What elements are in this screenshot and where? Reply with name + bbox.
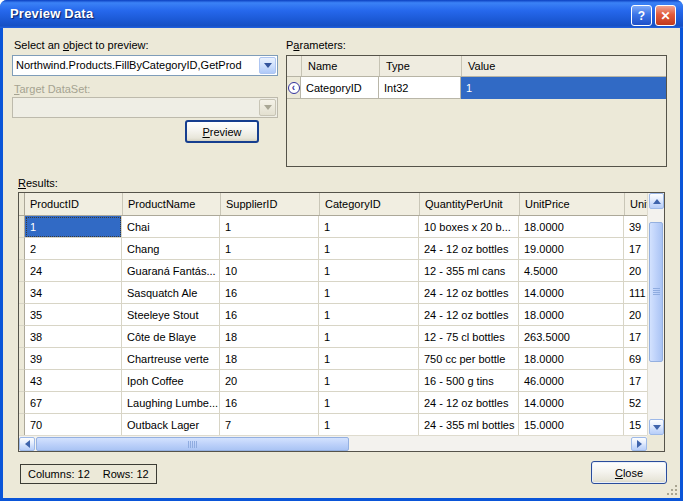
parameters-column-header-value[interactable]: Value (461, 56, 666, 76)
grid-cell[interactable]: 14.0000 (519, 392, 624, 414)
help-button[interactable]: ? (631, 5, 652, 26)
grid-cell[interactable]: 24 - 12 oz bottles (419, 238, 519, 260)
parameter-value-cell[interactable]: 1 (461, 77, 666, 99)
grid-cell[interactable]: 70 (25, 414, 122, 435)
grid-cell[interactable]: Sasquatch Ale (122, 282, 220, 304)
close-button[interactable]: Close (591, 461, 667, 484)
grid-cell[interactable]: 1 (220, 216, 319, 238)
grid-cell[interactable]: 18.0000 (519, 216, 624, 238)
parameter-name-cell[interactable]: CategoryID (301, 77, 379, 99)
vertical-scrollbar[interactable] (647, 193, 664, 435)
grid-cell[interactable]: 263.5000 (519, 326, 624, 348)
grid-cell[interactable]: 16 - 500 g tins (419, 370, 519, 392)
parameters-column-header-type[interactable]: Type (379, 56, 461, 76)
close-window-button[interactable]: ✕ (655, 5, 676, 26)
grid-cell[interactable]: 19.0000 (519, 238, 624, 260)
grid-cell[interactable]: 750 cc per bottle (419, 348, 519, 370)
object-select-combobox[interactable]: Northwind.Products.FillByCategoryID,GetP… (12, 55, 278, 76)
grid-cell[interactable]: 1 (319, 282, 419, 304)
grid-cell[interactable]: 24 - 12 oz bottles (419, 392, 519, 414)
parameter-row: ‹ CategoryID Int32 1 (287, 77, 666, 99)
grid-cell[interactable]: 1 (319, 238, 419, 260)
grid-cell[interactable]: 1 (25, 216, 122, 238)
results-column-header[interactable]: UnitsI (624, 193, 647, 215)
preview-button[interactable]: Preview (185, 120, 259, 143)
horizontal-scroll-thumb[interactable] (36, 437, 349, 451)
grid-cell[interactable]: 10 boxes x 20 b... (419, 216, 519, 238)
scroll-up-button[interactable] (649, 193, 664, 209)
grid-cell[interactable]: 46.0000 (519, 370, 624, 392)
results-column-header[interactable]: CategoryID (319, 193, 419, 215)
grid-cell[interactable]: 43 (25, 370, 122, 392)
grid-cell[interactable]: 39 (624, 216, 647, 238)
grid-cell[interactable]: 24 - 355 ml bottles (419, 414, 519, 435)
results-column-header[interactable]: UnitPrice (519, 193, 624, 215)
resize-grip[interactable] (665, 483, 678, 496)
grid-cell[interactable]: 24 - 12 oz bottles (419, 282, 519, 304)
grid-cell[interactable]: 18 (220, 326, 319, 348)
results-column-header[interactable]: QuantityPerUnit (419, 193, 519, 215)
grid-cell[interactable]: 20 (624, 304, 647, 326)
grid-cell[interactable]: 1 (319, 370, 419, 392)
grid-cell[interactable]: Laughing Lumbe... (122, 392, 220, 414)
grid-cell[interactable]: 4.5000 (519, 260, 624, 282)
results-column-header[interactable]: ProductName (122, 193, 220, 215)
results-column-header[interactable]: ProductID (25, 193, 122, 215)
parameters-column-header-name[interactable]: Name (301, 56, 379, 76)
grid-cell[interactable]: 1 (319, 216, 419, 238)
grid-cell[interactable]: Ipoh Coffee (122, 370, 220, 392)
grid-cell[interactable]: 2 (25, 238, 122, 260)
grid-cell[interactable]: 16 (220, 304, 319, 326)
grid-cell[interactable]: 16 (220, 392, 319, 414)
grid-cell[interactable]: 14.0000 (519, 282, 624, 304)
grid-cell[interactable]: 18.0000 (519, 348, 624, 370)
grid-cell[interactable]: 24 (25, 260, 122, 282)
grid-cell[interactable]: Guaraná Fantás... (122, 260, 220, 282)
scroll-down-button[interactable] (649, 419, 664, 435)
grid-cell[interactable]: 18.0000 (519, 304, 624, 326)
vertical-scroll-thumb[interactable] (649, 222, 663, 362)
grid-cell[interactable]: Steeleye Stout (122, 304, 220, 326)
grid-cell[interactable]: 20 (624, 260, 647, 282)
grid-cell[interactable]: 52 (624, 392, 647, 414)
grid-cell[interactable]: 38 (25, 326, 122, 348)
grid-cell[interactable]: 35 (25, 304, 122, 326)
grid-cell[interactable]: Côte de Blaye (122, 326, 220, 348)
object-select-dropdown-button[interactable] (259, 57, 276, 74)
grid-cell[interactable]: 67 (25, 392, 122, 414)
grid-cell[interactable]: 34 (25, 282, 122, 304)
grid-cell[interactable]: 1 (319, 326, 419, 348)
grid-cell[interactable]: 10 (220, 260, 319, 282)
horizontal-scrollbar[interactable] (19, 435, 647, 451)
parameter-type-cell[interactable]: Int32 (379, 77, 461, 99)
grid-cell[interactable]: 17 (624, 326, 647, 348)
results-column-header[interactable]: SupplierID (220, 193, 319, 215)
grid-cell[interactable]: 15 (624, 414, 647, 435)
grid-cell[interactable]: Chai (122, 216, 220, 238)
grid-cell[interactable]: Chang (122, 238, 220, 260)
grid-cell[interactable]: 20 (220, 370, 319, 392)
grid-cell[interactable]: 1 (319, 414, 419, 435)
scroll-right-button[interactable] (631, 437, 647, 451)
grid-cell[interactable]: 24 - 12 oz bottles (419, 304, 519, 326)
grid-cell[interactable]: 18 (220, 348, 319, 370)
grid-cell[interactable]: 7 (220, 414, 319, 435)
scroll-left-button[interactable] (19, 437, 35, 451)
grid-cell[interactable]: 1 (319, 392, 419, 414)
grid-cell[interactable]: 1 (220, 238, 319, 260)
grid-cell[interactable]: 12 - 355 ml cans (419, 260, 519, 282)
grid-cell[interactable]: 16 (220, 282, 319, 304)
titlebar[interactable]: Preview Data ? ✕ (0, 0, 683, 28)
grid-cell[interactable]: 39 (25, 348, 122, 370)
grid-cell[interactable]: 69 (624, 348, 647, 370)
grid-cell[interactable]: 15.0000 (519, 414, 624, 435)
grid-cell[interactable]: 111 (624, 282, 647, 304)
grid-cell[interactable]: 1 (319, 348, 419, 370)
grid-cell[interactable]: 1 (319, 260, 419, 282)
grid-cell[interactable]: 1 (319, 304, 419, 326)
grid-cell[interactable]: Chartreuse verte (122, 348, 220, 370)
grid-cell[interactable]: 12 - 75 cl bottles (419, 326, 519, 348)
grid-cell[interactable]: Outback Lager (122, 414, 220, 435)
grid-cell[interactable]: 17 (624, 238, 647, 260)
grid-cell[interactable]: 17 (624, 370, 647, 392)
